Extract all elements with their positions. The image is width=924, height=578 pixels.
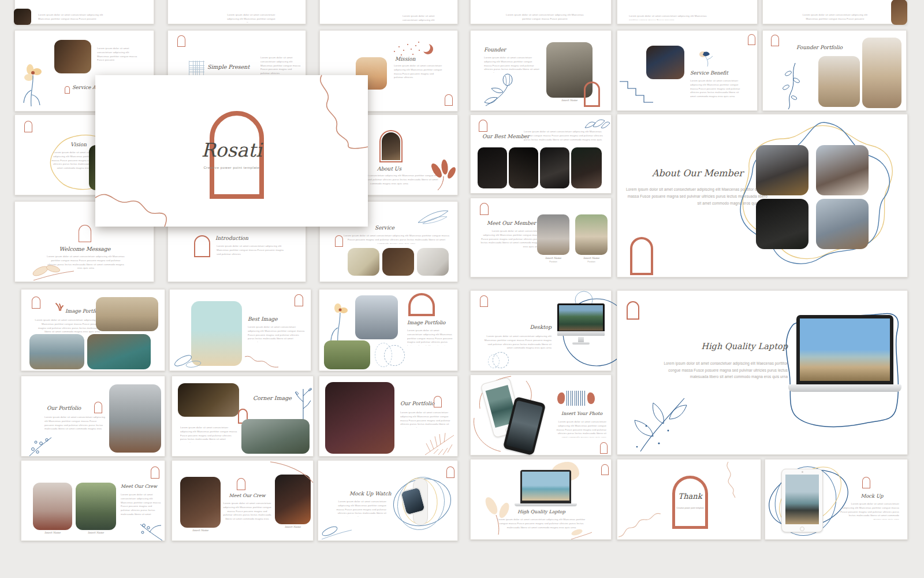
slide-title: About Us xyxy=(360,166,418,172)
slide-title: Meet Our Crew xyxy=(121,484,157,489)
tablet xyxy=(781,469,823,532)
slide-partial-top-5[interactable]: Lorem ipsum dolor sit amet consectetuer … xyxy=(617,0,758,24)
slide-title: Service xyxy=(375,225,394,231)
slide-image-portfolio-2[interactable]: Image Portfolio Lorem ipsum dolor sit am… xyxy=(319,289,458,371)
arch-icon xyxy=(446,466,454,478)
slide-our-best-member[interactable]: Our Best Member Lorem ipsum dolor sit am… xyxy=(470,114,612,194)
body-text: Lorem ipsum dolor sit amet consectetuer … xyxy=(400,411,453,428)
arch-icon xyxy=(434,396,442,407)
laptop-display-photo xyxy=(522,472,569,501)
deco-shape-left xyxy=(557,392,565,404)
body-text: Lorem ipsum dolor sit amet consectetuer … xyxy=(524,130,605,141)
body-text: Lorem ipsum dolor sit amet consectetuer … xyxy=(38,13,106,23)
body-text: Lorem ipsum dolor sit amet consectetuer … xyxy=(223,502,271,523)
arch-overlay-icon xyxy=(584,81,600,107)
photo-city-street xyxy=(109,384,161,453)
flower-bud-icon xyxy=(698,50,713,66)
arch-icon xyxy=(748,34,755,45)
slide-partial-top-2[interactable]: Lorem ipsum dolor sit amet consectetuer … xyxy=(167,0,306,24)
arch-icon xyxy=(771,35,779,46)
slide-founder[interactable]: Founder Lorem ipsum dolor sit amet conse… xyxy=(470,30,612,111)
laptop-screen xyxy=(796,315,893,384)
slide-high-quality-laptop[interactable]: High Quality Laptop Lorem ipsum dolor si… xyxy=(617,290,908,455)
arch-icon xyxy=(480,295,488,307)
arch-icon xyxy=(94,402,102,413)
leaf-scribble-icon xyxy=(584,117,610,130)
body-text: Lorem ipsum dolor sit amet consectetuer … xyxy=(217,244,287,261)
laptop-screen xyxy=(520,470,571,503)
body-text: Lorem ipsum dolor sit amet consectetuer … xyxy=(480,229,540,255)
photo-workspace xyxy=(417,248,449,276)
slide-partial-top-1[interactable]: Lorem ipsum dolor sit amet consectetuer … xyxy=(14,0,154,24)
slide-title: Image Portfolio xyxy=(407,320,445,325)
arch-icon xyxy=(65,86,70,94)
photo-blonde-2 xyxy=(862,38,901,108)
squiggle-icon xyxy=(617,510,661,540)
imac-stand xyxy=(578,337,584,342)
slide-title: Desktop xyxy=(488,324,552,330)
slide-title: Vision xyxy=(70,142,87,147)
slide-corner-image[interactable]: Corner Image Lorem ipsum dolor sit amet … xyxy=(172,376,314,457)
slide-partial-top-4[interactable]: Lorem ipsum dolor sit amet consectetuer … xyxy=(470,0,612,24)
body-text: Lorem ipsum dolor sit amet consectetuer … xyxy=(655,360,788,390)
blob-outlines-icon xyxy=(733,121,900,272)
photo-caption-position: Position xyxy=(537,261,569,263)
slide-founder-portfolio[interactable]: Founder Portfolio xyxy=(762,30,907,111)
slide-desktop[interactable]: Desktop Lorem ipsum dolor sit amet conse… xyxy=(470,290,612,371)
slide-cover[interactable]: Rosati Creative power point template xyxy=(95,75,368,227)
slide-mockup-watch[interactable]: Mock Up Watch Lorem ipsum dolor sit amet… xyxy=(318,460,458,541)
radial-dashes-icon xyxy=(375,343,392,367)
slide-insert-your-photo[interactable]: Insert Your Photo Lorem ipsum dolor sit … xyxy=(470,375,612,455)
slide-title: Welcome Message xyxy=(15,246,155,252)
squiggle-bottom-left-icon xyxy=(95,186,183,227)
leaf-branch-icon xyxy=(634,394,691,453)
laptop-base xyxy=(515,503,577,506)
slide-meet-our-member[interactable]: Meet Our Member Lorem ipsum dolor sit am… xyxy=(470,198,612,277)
arch-icon xyxy=(445,94,453,106)
slide-title: Our Portfolio xyxy=(47,405,81,411)
tablet-camera xyxy=(802,471,803,473)
leaf-vine-icon xyxy=(778,63,800,109)
photo-group-1 xyxy=(537,214,569,255)
slide-thank[interactable]: Thank Creative power point template xyxy=(617,459,761,540)
photo-camera xyxy=(382,132,400,160)
arch-icon xyxy=(24,121,32,132)
slide-title: High Quality Laptop xyxy=(508,509,575,514)
laptop-base xyxy=(788,384,901,392)
arch-icon xyxy=(32,297,40,309)
arch-icon xyxy=(627,301,639,320)
photo-caption: Insert Name xyxy=(575,257,608,260)
slide-best-image[interactable]: Best Image Lorem ipsum dolor sit amet co… xyxy=(169,289,311,371)
deco-dashes xyxy=(567,391,586,406)
slide-meet-our-crew-1[interactable]: Insert Name Insert Name Meet Our Crew Lo… xyxy=(21,460,165,541)
photo-member-3 xyxy=(756,199,808,249)
body-text: Lorem ipsum dolor sit amet consectetuer … xyxy=(407,329,454,346)
slide-title: Meet Our Crew xyxy=(224,493,270,498)
arch-icon xyxy=(479,120,487,132)
arch-icon xyxy=(862,477,870,488)
imac-chin xyxy=(557,331,605,336)
body-text: Lorem ipsum dolor sit amet consectetuer … xyxy=(248,325,305,342)
slide-laptop-small[interactable]: High Quality Laptop Lorem ipsum dolor si… xyxy=(470,459,612,540)
body-text: Lorem ipsum dolor sit amet consectetuer … xyxy=(33,318,100,335)
photo-member-1 xyxy=(756,145,808,195)
berry-branch-icon xyxy=(137,520,163,542)
photo-hotel-room xyxy=(178,383,239,417)
slide-title: About Our Member xyxy=(652,168,743,179)
slide-partial-top-6[interactable]: Lorem ipsum dolor sit amet consectetuer … xyxy=(762,0,907,24)
photo-group-2 xyxy=(575,214,608,255)
slide-our-portfolio-2[interactable]: Our Portfolio Lorem ipsum dolor sit amet… xyxy=(319,376,458,457)
slide-our-portfolio-1[interactable]: Our Portfolio Lorem ipsum dolor sit amet… xyxy=(21,376,165,457)
tablet-photo-car xyxy=(785,475,819,524)
slide-partial-top-3[interactable]: Lorem ipsum dolor sit amet consectetuer … xyxy=(319,0,458,24)
body-text: Lorem ipsum dolor sit amet consectetuer … xyxy=(403,14,444,21)
body-text: Lorem ipsum dolor sit amet consectetuer … xyxy=(44,416,106,432)
slide-meet-our-crew-2[interactable]: Insert Name Meet Our Crew Lorem ipsum do… xyxy=(172,460,314,541)
photo-member-4 xyxy=(816,199,869,249)
slide-service-benefit[interactable]: Service Benefit Lorem ipsum dolor sit am… xyxy=(617,30,758,111)
laptop-display-photo xyxy=(800,318,890,381)
slide-about-our-member[interactable]: About Our Member Lorem ipsum dolor sit a… xyxy=(617,114,908,277)
slide-image-portfolio-1[interactable]: Image Portfolio Lorem ipsum dolor sit am… xyxy=(21,289,165,371)
slide-mockup-tablet[interactable]: Mock Up Lorem ipsum dolor sit amet conse… xyxy=(765,459,908,540)
slide-title: Mission xyxy=(395,56,415,62)
